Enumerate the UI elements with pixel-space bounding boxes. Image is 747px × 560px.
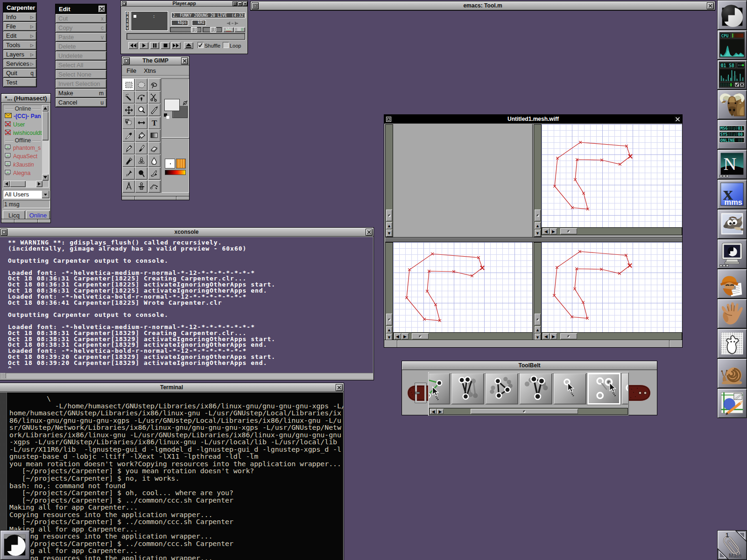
playlist-button[interactable] (234, 27, 245, 32)
mesh-bl-vscroller[interactable]: ▲ ▼ (385, 242, 393, 340)
miniaturize-icon[interactable] (0, 229, 7, 236)
menu-item[interactable]: Cut x (56, 14, 106, 23)
toolbelt-hscrollbar[interactable]: ◀ ▶ (429, 408, 628, 415)
contact-row[interactable]: User (4, 120, 42, 129)
shuffle-checkbox[interactable] (197, 42, 204, 48)
gimp-titlebar[interactable]: The GIMP (122, 56, 189, 65)
miniaturize-icon[interactable] (252, 2, 259, 9)
balance-knob[interactable] (210, 27, 216, 32)
terminal-body[interactable]: \ -L/home/humasect/GNUstep/Libraries/ix8… (0, 392, 343, 560)
close-icon[interactable] (181, 57, 188, 64)
scroll-knob[interactable] (560, 333, 577, 339)
player-titlebar[interactable]: Player.app (121, 1, 247, 7)
mesh-resizebar[interactable] (384, 340, 682, 347)
mesh-splitter[interactable] (385, 237, 682, 242)
gimp-tool-transform[interactable] (122, 117, 135, 129)
gimp-tool-zoom[interactable] (135, 104, 148, 116)
gimp-tool-paintbrush[interactable] (135, 142, 148, 154)
menu-item[interactable]: Select None (56, 70, 106, 79)
play-button[interactable] (139, 42, 148, 49)
gimp-fg-swatch[interactable] (164, 99, 180, 111)
scroll-down-icon[interactable]: ▼ (386, 230, 392, 237)
gimp-tool-convolve[interactable] (148, 154, 161, 167)
gimp-menu-file[interactable]: File (127, 67, 136, 74)
scroll-up-icon[interactable] (42, 105, 49, 112)
gimp-tool-path[interactable] (148, 180, 161, 193)
scroll-left-icon[interactable]: ◀ (543, 228, 550, 234)
dock-sketch[interactable] (717, 388, 747, 418)
menu-item[interactable]: Test (3, 78, 36, 87)
gimp-tool-text[interactable]: T (148, 117, 161, 129)
toolbelt-tool-pointer[interactable] (553, 373, 586, 405)
default-colors-icon[interactable] (164, 113, 170, 121)
gimp-tool-airbrush[interactable] (122, 154, 135, 167)
eject-button[interactable] (184, 42, 193, 49)
stop-button[interactable] (161, 42, 170, 49)
gimp-tool-ellipse-select[interactable] (135, 78, 148, 91)
menu-item[interactable]: Make m (56, 89, 106, 98)
player-mode-strip[interactable]: OAIDV (125, 11, 129, 31)
gimp-tool-crop[interactable] (148, 104, 161, 116)
licq-status-button[interactable]: Online (26, 210, 50, 220)
gimp-resizebar[interactable] (122, 196, 189, 200)
dock-xmms[interactable]: x mms (717, 179, 747, 209)
toolbelt-tool-edge-rotate[interactable] (519, 373, 552, 405)
licq-vscrollbar[interactable] (42, 105, 49, 181)
menu-item[interactable]: Paste v (56, 33, 106, 42)
licq-vscroll-thumb[interactable] (42, 112, 49, 140)
terminal-titlebar[interactable]: Terminal (0, 383, 344, 392)
toolbelt-tool-vertex-drag[interactable] (587, 373, 620, 405)
mesh-view-side[interactable] (542, 242, 682, 332)
toolbelt-tool-vertex-ring[interactable] (485, 373, 518, 405)
dock-snail[interactable] (717, 358, 747, 388)
licq-titlebar[interactable]: *... (Humasect) (1, 94, 50, 103)
scroll-up-icon[interactable]: ▲ (535, 326, 541, 333)
dock-ghostview[interactable] (717, 329, 747, 358)
scroll-left-icon[interactable]: ◀ (394, 333, 401, 339)
toolbelt-titlebar[interactable]: ToolBelt (402, 361, 657, 370)
emacs-titlebar[interactable]: emacs: Tool.m (251, 1, 715, 10)
menu-item[interactable]: Select All (56, 61, 106, 70)
gimp-tool-bezier-select[interactable] (135, 91, 148, 104)
licq-hscroll-thumb[interactable] (10, 181, 26, 187)
gimp-tool-move[interactable] (122, 104, 135, 116)
scroll-left-icon[interactable]: ◀ (543, 333, 550, 339)
edit-menu-title[interactable]: Edit (56, 4, 106, 14)
minimize-icon[interactable] (238, 1, 242, 6)
toolbelt-tool-face-create[interactable] (429, 373, 450, 405)
volume-knob[interactable] (191, 27, 197, 32)
dock-gnustep-logo[interactable] (717, 0, 747, 30)
contact-row[interactable]: k3austin (4, 161, 42, 169)
scroll-right-icon[interactable]: ▶ (437, 409, 444, 414)
close-icon[interactable] (336, 384, 343, 391)
close-icon[interactable] (98, 5, 106, 13)
appicon-gnustep[interactable] (0, 530, 30, 560)
position-slider[interactable] (127, 33, 245, 40)
pause-button[interactable] (150, 42, 159, 49)
gimp-tool-lasso[interactable] (148, 78, 161, 91)
gimp-tool-rect-select[interactable] (122, 78, 135, 91)
gimp-gradient-preview[interactable] (165, 170, 186, 175)
scroll-left-icon[interactable]: ◀ (430, 409, 437, 414)
forward-button[interactable] (171, 42, 181, 49)
gimp-tool-color-picker[interactable] (122, 129, 135, 142)
scroll-knob[interactable] (386, 314, 392, 325)
dock-netscape[interactable]: N (717, 149, 747, 179)
close-icon[interactable] (366, 229, 373, 236)
gimp-tool-scissors[interactable] (148, 91, 161, 104)
scroll-up-icon[interactable]: ▲ (386, 326, 392, 333)
mesh-tr-hscrollbar[interactable]: ◀ ▶ (542, 227, 682, 235)
scroll-left-icon[interactable] (3, 181, 10, 187)
xconsole-body[interactable]: ** WARNING **: gdisplays_flush() called … (0, 237, 373, 373)
scroll-down-icon[interactable] (42, 174, 49, 181)
miniaturize-icon[interactable] (385, 116, 392, 123)
menu-item[interactable]: Copy c (56, 23, 106, 32)
mesh-titlebar[interactable]: Untitled1.mesh.wiff (384, 115, 682, 124)
scroll-knob[interactable] (560, 228, 577, 234)
balance-slider[interactable] (203, 27, 222, 32)
menu-item[interactable]: Cancel u (56, 98, 106, 107)
gimp-tool-figure[interactable] (135, 180, 148, 193)
scroll-knob[interactable] (471, 409, 578, 414)
scroll-up-icon[interactable]: ▲ (535, 222, 541, 229)
dock-audio-monitor[interactable]: 01 58 8888 0 (717, 60, 747, 90)
